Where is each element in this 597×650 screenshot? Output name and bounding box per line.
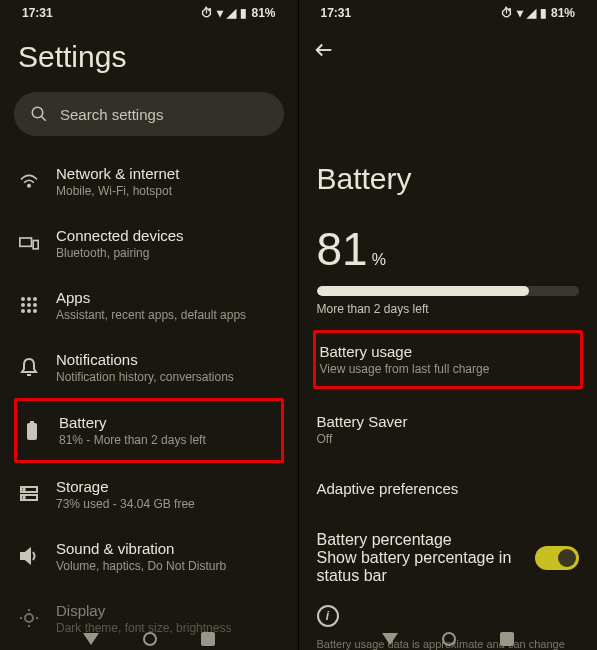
nav-home-icon[interactable] [442,632,456,646]
alarm-icon: ⏱ [501,6,513,20]
item-battery-percentage[interactable]: Battery percentage Show battery percenta… [313,521,584,595]
svg-rect-16 [27,423,37,440]
alarm-icon: ⏱ [201,6,213,20]
nav-back-icon[interactable] [83,633,99,645]
list-item-apps[interactable]: AppsAssistant, recent apps, default apps [14,274,284,336]
status-battery-pct: 81% [251,6,275,20]
item-adaptive-preferences[interactable]: Adaptive preferences [313,470,584,507]
signal-icon: ◢ [527,6,536,20]
apps-icon [18,296,40,314]
list-item-connected-devices[interactable]: Connected devicesBluetooth, pairing [14,212,284,274]
search-input[interactable]: Search settings [14,92,284,136]
brightness-icon [18,608,40,628]
svg-point-5 [21,297,25,301]
wifi-icon [18,173,40,189]
list-item-battery[interactable]: Battery81% - More than 2 days left [14,398,284,463]
toggle-battery-percentage[interactable] [535,546,579,570]
list-item-network[interactable]: Network & internetMobile, Wi-Fi, hotspot [14,150,284,212]
svg-point-8 [21,303,25,307]
svg-point-12 [27,309,31,313]
item-battery-saver[interactable]: Battery Saver Off [313,403,584,456]
battery-screen: 17:31 ⏱ ▾ ◢ ▮ 81% Battery 81% More than … [299,0,598,650]
status-icons: ⏱ ▾ ◢ ▮ 81% [501,6,575,20]
list-item-storage[interactable]: Storage73% used - 34.04 GB free [14,463,284,525]
svg-point-9 [27,303,31,307]
svg-point-7 [33,297,37,301]
search-icon [30,105,48,123]
battery-icon: ▮ [540,6,547,20]
svg-line-1 [41,116,46,121]
nav-bar [0,632,298,646]
svg-point-19 [23,489,25,491]
battery-percent: 81% [317,222,584,276]
svg-rect-15 [30,421,34,423]
status-icons: ⏱ ▾ ◢ ▮ 81% [201,6,275,20]
nav-bar [299,632,598,646]
battery-estimate: More than 2 days left [317,302,580,316]
svg-point-13 [33,309,37,313]
status-time: 17:31 [321,6,352,20]
svg-point-0 [32,107,43,118]
status-bar: 17:31 ⏱ ▾ ◢ ▮ 81% [14,0,284,26]
list-item-notifications[interactable]: NotificationsNotification history, conve… [14,336,284,398]
nav-back-icon[interactable] [382,633,398,645]
wifi-icon: ▾ [517,6,523,20]
wifi-icon: ▾ [217,6,223,20]
list-item-sound[interactable]: Sound & vibrationVolume, haptics, Do Not… [14,525,284,587]
bell-icon [18,357,40,377]
signal-icon: ◢ [227,6,236,20]
status-battery-pct: 81% [551,6,575,20]
page-title: Battery [317,162,584,196]
item-battery-usage[interactable]: Battery usage View usage from last full … [313,330,584,389]
nav-recent-icon[interactable] [201,632,215,646]
nav-home-icon[interactable] [143,632,157,646]
back-button[interactable] [313,30,584,70]
svg-rect-3 [20,238,32,246]
search-placeholder: Search settings [60,106,163,123]
battery-bar [317,286,580,296]
status-time: 17:31 [22,6,53,20]
svg-point-6 [27,297,31,301]
svg-point-20 [23,497,25,499]
svg-rect-4 [33,241,38,249]
svg-point-2 [28,185,30,187]
page-title: Settings [18,40,284,74]
svg-point-11 [21,309,25,313]
battery-icon [21,421,43,441]
nav-recent-icon[interactable] [500,632,514,646]
battery-icon: ▮ [240,6,247,20]
svg-point-10 [33,303,37,307]
storage-icon [18,486,40,502]
info-icon[interactable]: i [317,605,339,627]
status-bar: 17:31 ⏱ ▾ ◢ ▮ 81% [313,0,584,26]
sound-icon [18,547,40,565]
settings-screen: 17:31 ⏱ ▾ ◢ ▮ 81% Settings Search settin… [0,0,299,650]
svg-point-21 [25,614,33,622]
devices-icon [18,235,40,251]
settings-list: Network & internetMobile, Wi-Fi, hotspot… [14,150,284,649]
